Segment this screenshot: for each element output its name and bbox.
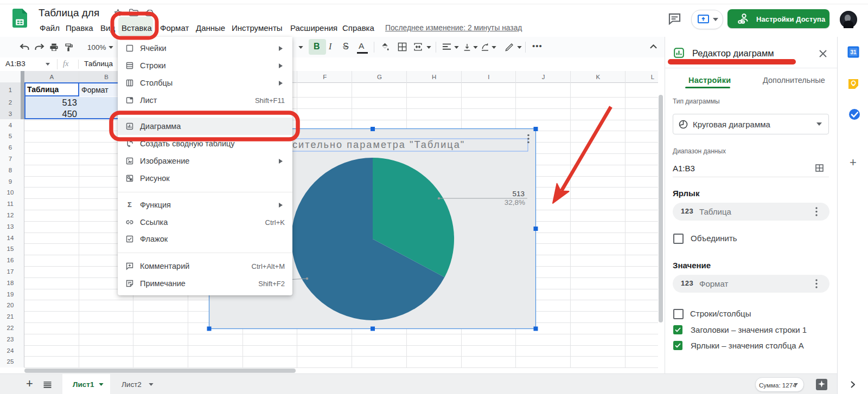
- svg-text:513: 513: [512, 190, 525, 198]
- svg-text:Σ: Σ: [127, 201, 132, 209]
- svg-text:31: 31: [850, 49, 857, 55]
- svg-text:32,8%: 32,8%: [505, 198, 525, 206]
- svg-text:сительно параметра "Таблица": сительно параметра "Таблица": [292, 139, 465, 150]
